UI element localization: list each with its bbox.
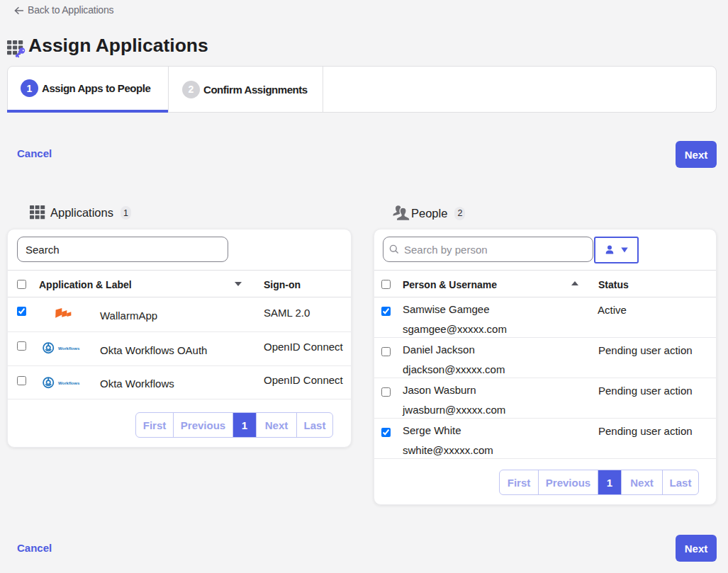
svg-text:Workflows: Workflows — [58, 346, 80, 351]
svg-text:Workflows: Workflows — [58, 381, 80, 385]
